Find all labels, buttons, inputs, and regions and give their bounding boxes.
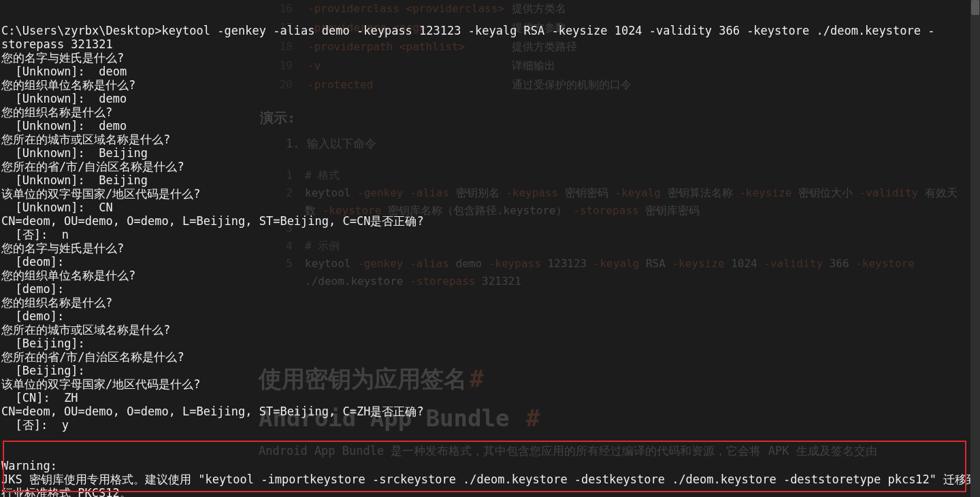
terminal-output[interactable]: C:\Users\zyrbx\Desktop>keytool -genkey -… [0, 12, 980, 497]
vertical-scrollbar[interactable] [970, 0, 980, 497]
scrollbar-thumb[interactable] [971, 0, 979, 15]
